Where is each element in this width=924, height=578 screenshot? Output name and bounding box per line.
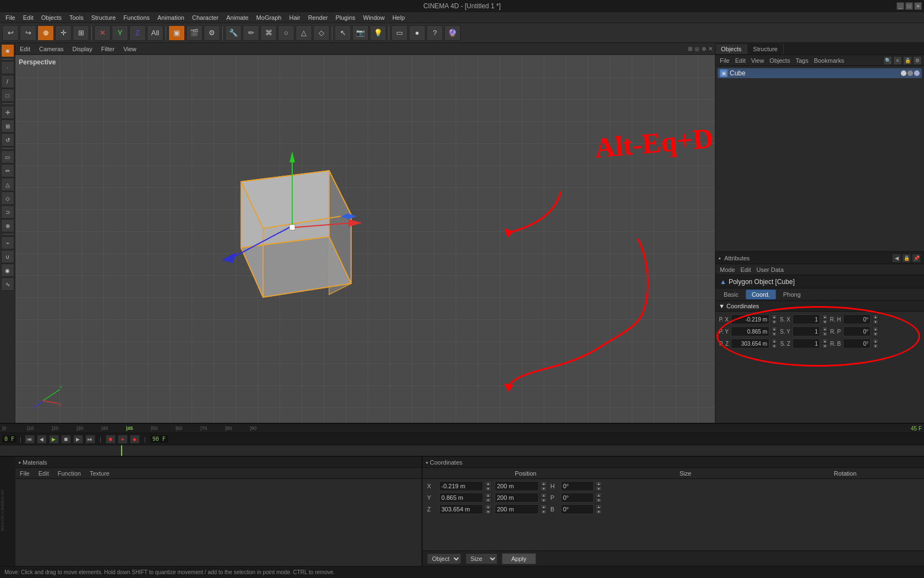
tool-bridge[interactable]: ⊃ [1,205,14,219]
camera-button[interactable]: 📷 [352,25,369,41]
arrow-up-sy[interactable]: ▲ [822,326,828,331]
obj-menu-view[interactable]: View [749,57,767,64]
menu-objects[interactable]: Objects [38,13,65,22]
attr-panel-lock[interactable]: 🔒 [902,254,911,263]
size-select[interactable]: Size Scale [466,553,497,564]
keyframe-btn[interactable]: ● [118,435,128,444]
rot-h-up[interactable]: ▲ [595,481,602,486]
object-item-cube[interactable]: ▣ Cube [718,68,922,78]
rot-h-input[interactable] [561,481,594,491]
all-axes-button[interactable]: All [147,25,163,41]
menu-functions[interactable]: Functions [120,13,153,22]
pos-z-arrows[interactable]: ▲ ▼ [485,504,491,514]
arrows-rb[interactable]: ▲ ▼ [873,339,878,348]
rot-p-dn[interactable]: ▼ [595,498,602,503]
tool-paint[interactable]: ◉ [1,264,14,277]
rot-h-arrows[interactable]: ▲ ▼ [595,481,602,491]
mat-texture[interactable]: Texture [88,470,112,477]
loop-selection-button[interactable]: ○ [278,25,294,41]
arrows-py[interactable]: ▲ ▼ [772,326,777,336]
select-arrow-button[interactable]: ↖ [335,25,351,41]
input-sx[interactable] [792,314,820,324]
minimize-button[interactable]: _ [896,2,904,10]
move-tool-button[interactable]: ✛ [55,25,72,41]
arrow-dn-sz[interactable]: ▼ [822,343,828,348]
attr-panel-pin[interactable]: 📌 [912,254,921,263]
menu-help[interactable]: Help [389,13,408,22]
arrow-dn-rb[interactable]: ▼ [873,343,878,348]
menu-animate[interactable]: Animate [223,13,251,22]
sphere-button[interactable]: ● [409,25,425,41]
play-btn[interactable]: ▶ [49,435,59,444]
menu-mograph[interactable]: MoGraph [253,13,285,22]
tool-weld[interactable]: ⊕ [1,219,14,232]
size-x-up[interactable]: ▲ [540,481,547,486]
menu-edit[interactable]: Edit [20,13,37,22]
menu-render[interactable]: Render [305,13,331,22]
viewport-canvas[interactable]: Perspective [15,55,715,423]
tool-spline[interactable]: ∿ [1,277,14,291]
model-mode-button[interactable]: ▣ [168,25,185,41]
vt-icon-3[interactable]: ⊕ [702,46,706,52]
vt-cameras[interactable]: Cameras [37,45,66,53]
tool-magnet[interactable]: ∪ [1,250,14,263]
arrow-dn-py[interactable]: ▼ [772,331,777,336]
arrow-dn-rh[interactable]: ▼ [873,319,878,324]
scale-tool-button[interactable]: ⊞ [73,25,89,41]
arrows-pz[interactable]: ▲ ▼ [772,339,777,348]
arrow-up-py[interactable]: ▲ [772,326,777,331]
timeline-track[interactable] [0,445,924,456]
tab-structure[interactable]: Structure [747,44,784,54]
attr-panel-left-arrow[interactable]: ◀ [892,254,901,263]
menu-structure[interactable]: Structure [88,13,119,22]
size-z-up[interactable]: ▲ [540,504,547,509]
input-rb[interactable] [843,339,871,348]
input-rp[interactable] [843,326,871,336]
arrow-dn-px[interactable]: ▼ [772,319,777,324]
size-y-dn[interactable]: ▼ [540,498,547,503]
size-y-up[interactable]: ▲ [540,493,547,498]
attr-userdata[interactable]: User Data [754,266,786,274]
help-button[interactable]: ? [427,25,443,41]
lock-button[interactable]: 🔒 [903,56,912,65]
arrow-dn-sy[interactable]: ▼ [822,331,828,336]
pos-y-up[interactable]: ▲ [485,493,491,498]
tool-knife[interactable]: ⌁ [1,236,14,249]
attr-tab-coord[interactable]: Coord. [746,290,776,299]
mat-function[interactable]: Function [56,470,83,477]
mode-points[interactable]: · [1,61,14,74]
menu-window[interactable]: Window [360,13,388,22]
tab-objects[interactable]: Objects [715,44,747,54]
input-sy[interactable] [792,326,820,336]
pos-y-dn[interactable]: ▼ [485,498,491,503]
mode-polygons[interactable]: □ [1,89,14,102]
rot-b-arrows[interactable]: ▲ ▼ [595,504,602,514]
play-fwd-btn[interactable]: ⏭ [85,435,95,444]
arrows-sy[interactable]: ▲ ▼ [822,326,828,336]
obj-menu-file[interactable]: File [718,57,732,64]
menu-plugins[interactable]: Plugins [332,13,359,22]
window-controls[interactable]: _ □ ✕ [896,2,922,10]
menu-file[interactable]: File [2,13,19,22]
pos-y-arrows[interactable]: ▲ ▼ [485,493,491,503]
pos-x-dn[interactable]: ▼ [485,486,491,491]
pos-x-up[interactable]: ▲ [485,481,491,486]
rot-b-up[interactable]: ▲ [595,504,602,509]
extrude-button[interactable]: △ [296,25,312,41]
arrow-up-px[interactable]: ▲ [772,314,777,319]
z-axis-button[interactable]: Z [129,25,146,41]
floor-button[interactable]: ▭ [391,25,408,41]
pos-x-arrows[interactable]: ▲ ▼ [485,481,491,491]
input-pz[interactable] [731,339,769,348]
rot-p-arrows[interactable]: ▲ ▼ [595,493,602,503]
arrow-dn-pz[interactable]: ▼ [772,343,777,348]
record-btn[interactable]: ⏺ [106,435,116,444]
mode-button-1[interactable]: ▣ [1,44,14,57]
vt-edit[interactable]: Edit [18,45,32,53]
render-button[interactable]: 🎬 [186,25,203,41]
size-z-arrows[interactable]: ▲ ▼ [540,504,547,514]
rot-p-up[interactable]: ▲ [595,493,602,498]
arrows-rh[interactable]: ▲ ▼ [873,314,878,324]
close-button[interactable]: ✕ [914,2,922,10]
tool-move[interactable]: ✛ [1,106,14,119]
